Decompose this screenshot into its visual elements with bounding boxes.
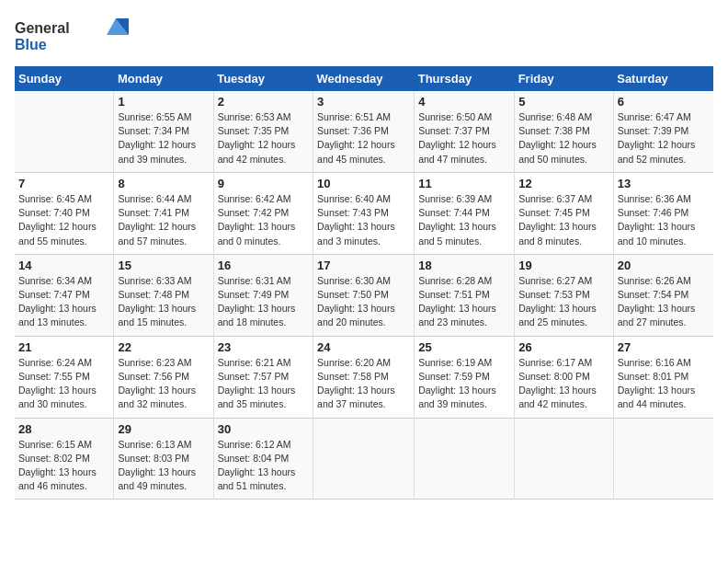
day-number: 5 [518, 95, 609, 109]
cell-2-7: 13Sunrise: 6:36 AMSunset: 7:46 PMDayligh… [613, 172, 713, 254]
day-header-wednesday: Wednesday [313, 66, 415, 91]
day-number: 9 [218, 177, 309, 190]
day-number: 28 [18, 422, 109, 436]
svg-text:General: General [15, 20, 70, 36]
day-number: 23 [218, 340, 309, 354]
day-number: 16 [218, 259, 309, 272]
cell-info: Sunrise: 6:34 AMSunset: 7:47 PMDaylight:… [18, 274, 109, 330]
day-number: 30 [218, 422, 309, 436]
cell-2-1: 7Sunrise: 6:45 AMSunset: 7:40 PMDaylight… [15, 172, 114, 254]
cell-1-3: 2Sunrise: 6:53 AMSunset: 7:35 PMDaylight… [213, 91, 313, 172]
cell-info: Sunrise: 6:50 AMSunset: 7:37 PMDaylight:… [418, 110, 510, 167]
day-number: 15 [118, 259, 209, 272]
days-header-row: SundayMondayTuesdayWednesdayThursdayFrid… [15, 66, 713, 91]
cell-5-7 [613, 418, 713, 500]
day-header-saturday: Saturday [613, 66, 713, 91]
cell-5-2: 29Sunrise: 6:13 AMSunset: 8:03 PMDayligh… [114, 418, 213, 500]
cell-4-6: 26Sunrise: 6:17 AMSunset: 8:00 PMDayligh… [515, 336, 614, 418]
day-number: 3 [317, 95, 410, 109]
day-header-friday: Friday [515, 66, 614, 91]
logo-svg: General Blue [15, 15, 134, 55]
cell-info: Sunrise: 6:17 AMSunset: 8:00 PMDaylight:… [518, 356, 609, 412]
cell-info: Sunrise: 6:30 AMSunset: 7:50 PMDaylight:… [317, 274, 410, 330]
cell-4-2: 22Sunrise: 6:23 AMSunset: 7:56 PMDayligh… [114, 336, 213, 418]
cell-1-1 [15, 91, 114, 172]
cell-info: Sunrise: 6:15 AMSunset: 8:02 PMDaylight:… [18, 438, 109, 494]
day-header-thursday: Thursday [415, 66, 515, 91]
day-number: 4 [418, 95, 510, 109]
cell-info: Sunrise: 6:37 AMSunset: 7:45 PMDaylight:… [518, 192, 609, 248]
cell-info: Sunrise: 6:12 AMSunset: 8:04 PMDaylight:… [218, 438, 309, 494]
cell-info: Sunrise: 6:53 AMSunset: 7:35 PMDaylight:… [218, 110, 309, 167]
cell-2-2: 8Sunrise: 6:44 AMSunset: 7:41 PMDaylight… [114, 172, 213, 254]
day-number: 11 [418, 177, 510, 190]
cell-info: Sunrise: 6:28 AMSunset: 7:51 PMDaylight:… [418, 274, 510, 330]
week-row-2: 7Sunrise: 6:45 AMSunset: 7:40 PMDaylight… [15, 172, 713, 254]
day-number: 10 [317, 177, 410, 190]
cell-2-5: 11Sunrise: 6:39 AMSunset: 7:44 PMDayligh… [415, 172, 515, 254]
day-number: 7 [18, 177, 109, 190]
day-header-sunday: Sunday [15, 66, 114, 91]
day-number: 1 [118, 95, 209, 109]
day-number: 2 [218, 95, 309, 109]
day-number: 8 [118, 177, 209, 190]
week-row-1: 1Sunrise: 6:55 AMSunset: 7:34 PMDaylight… [15, 91, 713, 172]
cell-5-1: 28Sunrise: 6:15 AMSunset: 8:02 PMDayligh… [15, 418, 114, 500]
day-number: 25 [418, 340, 510, 354]
cell-4-1: 21Sunrise: 6:24 AMSunset: 7:55 PMDayligh… [15, 336, 114, 418]
cell-5-4 [313, 418, 415, 500]
cell-info: Sunrise: 6:55 AMSunset: 7:34 PMDaylight:… [118, 110, 209, 167]
cell-3-4: 17Sunrise: 6:30 AMSunset: 7:50 PMDayligh… [313, 254, 415, 336]
cell-3-2: 15Sunrise: 6:33 AMSunset: 7:48 PMDayligh… [114, 254, 213, 336]
cell-info: Sunrise: 6:16 AMSunset: 8:01 PMDaylight:… [618, 356, 710, 412]
day-number: 29 [118, 422, 209, 436]
day-header-tuesday: Tuesday [213, 66, 313, 91]
day-number: 22 [118, 340, 209, 354]
cell-3-5: 18Sunrise: 6:28 AMSunset: 7:51 PMDayligh… [415, 254, 515, 336]
cell-info: Sunrise: 6:48 AMSunset: 7:38 PMDaylight:… [518, 110, 609, 167]
cell-2-6: 12Sunrise: 6:37 AMSunset: 7:45 PMDayligh… [515, 172, 614, 254]
cell-info: Sunrise: 6:24 AMSunset: 7:55 PMDaylight:… [18, 356, 109, 412]
cell-1-5: 4Sunrise: 6:50 AMSunset: 7:37 PMDaylight… [415, 91, 515, 172]
cell-info: Sunrise: 6:21 AMSunset: 7:57 PMDaylight:… [218, 356, 309, 412]
day-number: 6 [618, 95, 710, 109]
cell-3-6: 19Sunrise: 6:27 AMSunset: 7:53 PMDayligh… [515, 254, 614, 336]
day-number: 14 [18, 259, 109, 272]
day-number: 24 [317, 340, 410, 354]
cell-info: Sunrise: 6:42 AMSunset: 7:42 PMDaylight:… [218, 192, 309, 248]
cell-5-6 [515, 418, 614, 500]
day-number: 27 [618, 340, 710, 354]
cell-1-4: 3Sunrise: 6:51 AMSunset: 7:36 PMDaylight… [313, 91, 415, 172]
calendar-table: SundayMondayTuesdayWednesdayThursdayFrid… [15, 66, 713, 500]
cell-info: Sunrise: 6:44 AMSunset: 7:41 PMDaylight:… [118, 192, 209, 248]
cell-5-5 [415, 418, 515, 500]
cell-info: Sunrise: 6:13 AMSunset: 8:03 PMDaylight:… [118, 438, 209, 494]
cell-info: Sunrise: 6:36 AMSunset: 7:46 PMDaylight:… [618, 192, 710, 248]
day-number: 17 [317, 259, 410, 272]
cell-1-6: 5Sunrise: 6:48 AMSunset: 7:38 PMDaylight… [515, 91, 614, 172]
cell-3-3: 16Sunrise: 6:31 AMSunset: 7:49 PMDayligh… [213, 254, 313, 336]
cell-info: Sunrise: 6:20 AMSunset: 7:58 PMDaylight:… [317, 356, 410, 412]
cell-info: Sunrise: 6:40 AMSunset: 7:43 PMDaylight:… [317, 192, 410, 248]
cell-1-2: 1Sunrise: 6:55 AMSunset: 7:34 PMDaylight… [114, 91, 213, 172]
day-number: 12 [518, 177, 609, 190]
cell-4-7: 27Sunrise: 6:16 AMSunset: 8:01 PMDayligh… [613, 336, 713, 418]
cell-info: Sunrise: 6:23 AMSunset: 7:56 PMDaylight:… [118, 356, 209, 412]
day-number: 20 [618, 259, 710, 272]
cell-info: Sunrise: 6:31 AMSunset: 7:49 PMDaylight:… [218, 274, 309, 330]
week-row-4: 21Sunrise: 6:24 AMSunset: 7:55 PMDayligh… [15, 336, 713, 418]
cell-info: Sunrise: 6:27 AMSunset: 7:53 PMDaylight:… [518, 274, 609, 330]
cell-info: Sunrise: 6:26 AMSunset: 7:54 PMDaylight:… [618, 274, 710, 330]
cell-2-3: 9Sunrise: 6:42 AMSunset: 7:42 PMDaylight… [213, 172, 313, 254]
cell-info: Sunrise: 6:39 AMSunset: 7:44 PMDaylight:… [418, 192, 510, 248]
svg-text:Blue: Blue [15, 37, 47, 52]
cell-2-4: 10Sunrise: 6:40 AMSunset: 7:43 PMDayligh… [313, 172, 415, 254]
day-number: 18 [418, 259, 510, 272]
logo: General Blue [15, 15, 134, 55]
week-row-5: 28Sunrise: 6:15 AMSunset: 8:02 PMDayligh… [15, 418, 713, 500]
cell-info: Sunrise: 6:45 AMSunset: 7:40 PMDaylight:… [18, 192, 109, 248]
cell-4-4: 24Sunrise: 6:20 AMSunset: 7:58 PMDayligh… [313, 336, 415, 418]
day-number: 26 [518, 340, 609, 354]
day-number: 19 [518, 259, 609, 272]
cell-4-5: 25Sunrise: 6:19 AMSunset: 7:59 PMDayligh… [415, 336, 515, 418]
